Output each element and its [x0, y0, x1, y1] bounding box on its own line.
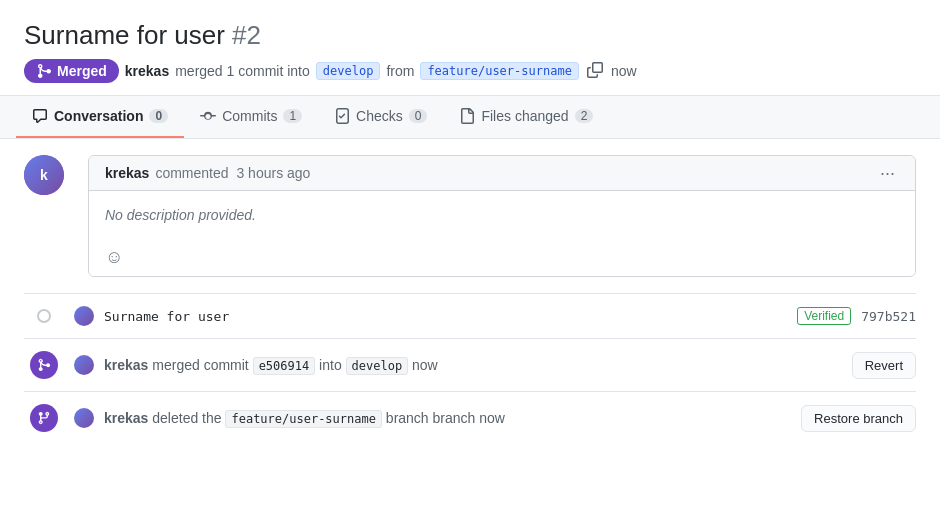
delete-event-row: krekas deleted the feature/user-surname … — [24, 391, 916, 444]
pr-title: Surname for user #2 — [24, 20, 916, 51]
comment-section: k krekas commented 3 hours ago ··· No de… — [24, 155, 916, 277]
delete-author-name: krekas — [104, 410, 148, 426]
pr-number: #2 — [232, 20, 261, 50]
tab-conversation-count: 0 — [149, 109, 168, 123]
comment-author-avatar: k — [24, 155, 64, 195]
tab-checks[interactable]: Checks 0 — [318, 96, 443, 138]
merge-commit-ref: e506914 — [253, 357, 316, 375]
comment-footer: ☺ — [89, 239, 915, 276]
revert-button[interactable]: Revert — [852, 352, 916, 379]
delete-branch-name: feature/user-surname — [225, 410, 382, 428]
verified-badge: Verified — [797, 307, 851, 325]
pr-action: merged 1 commit into — [175, 63, 310, 79]
merge-icon — [36, 63, 52, 79]
comment-header: krekas commented 3 hours ago ··· — [89, 156, 915, 191]
tab-commits-label: Commits — [222, 108, 277, 124]
tabs-bar: Conversation 0 Commits 1 Checks 0 Files … — [0, 96, 940, 139]
delete-author-avatar — [74, 408, 94, 428]
merge-event-icon — [30, 351, 58, 379]
tab-commits-count: 1 — [283, 109, 302, 123]
merge-event-svg — [37, 358, 51, 372]
content-area: k krekas commented 3 hours ago ··· No de… — [0, 139, 940, 460]
merge-author-name: krekas — [104, 357, 148, 373]
commit-message: Surname for user — [104, 309, 787, 324]
merged-badge: Merged — [24, 59, 119, 83]
tab-files-changed-count: 2 — [575, 109, 594, 123]
copy-branch-button[interactable] — [585, 62, 605, 81]
restore-branch-button[interactable]: Restore branch — [801, 405, 916, 432]
pr-meta: Merged krekas merged 1 commit into devel… — [24, 59, 916, 83]
copy-icon — [587, 62, 603, 78]
from-text: from — [386, 63, 414, 79]
pr-author: krekas — [125, 63, 169, 79]
conversation-icon — [32, 108, 48, 124]
tab-files-changed-label: Files changed — [481, 108, 568, 124]
merge-event-row: krekas merged commit e506914 into develo… — [24, 338, 916, 391]
commit-dot — [37, 309, 51, 323]
files-changed-icon — [459, 108, 475, 124]
merge-target-branch: develop — [346, 357, 409, 375]
comment-action: commented — [155, 165, 228, 181]
commit-row: Surname for user Verified 797b521 — [24, 293, 916, 338]
branch-icon — [37, 411, 51, 425]
checks-icon — [334, 108, 350, 124]
delete-event-icon — [30, 404, 58, 432]
merge-time: now — [412, 357, 438, 373]
target-branch: develop — [316, 62, 381, 80]
comment-box: krekas commented 3 hours ago ··· No desc… — [88, 155, 916, 277]
pr-title-text: Surname for user — [24, 20, 225, 50]
tab-conversation-label: Conversation — [54, 108, 143, 124]
comment-body: No description provided. — [89, 191, 915, 239]
delete-event-text: krekas deleted the feature/user-surname … — [104, 410, 791, 426]
tab-commits[interactable]: Commits 1 — [184, 96, 318, 138]
delete-time: branch now — [433, 410, 505, 426]
comment-author-name: krekas — [105, 165, 149, 181]
comment-no-description: No description provided. — [105, 207, 899, 223]
commit-author-avatar — [74, 306, 94, 326]
merge-author-avatar — [74, 355, 94, 375]
tab-files-changed[interactable]: Files changed 2 — [443, 96, 609, 138]
tab-conversation[interactable]: Conversation 0 — [16, 96, 184, 138]
pr-time: now — [611, 63, 637, 79]
emoji-button[interactable]: ☺ — [105, 247, 123, 268]
commit-hash: 797b521 — [861, 309, 916, 324]
comment-time: 3 hours ago — [236, 165, 310, 181]
source-branch: feature/user-surname — [420, 62, 579, 80]
merge-event-text: krekas merged commit e506914 into develo… — [104, 357, 842, 373]
commits-icon — [200, 108, 216, 124]
merged-label: Merged — [57, 63, 107, 79]
tab-checks-count: 0 — [409, 109, 428, 123]
tab-checks-label: Checks — [356, 108, 403, 124]
comment-more-button[interactable]: ··· — [876, 164, 899, 182]
